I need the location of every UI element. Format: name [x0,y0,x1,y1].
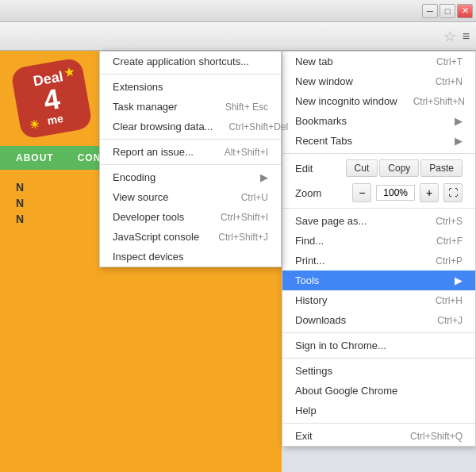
tools-divider-1 [100,74,281,75]
zoom-row: Zoom − 100% + ⛶ [282,180,475,205]
menu-item-history[interactable]: History Ctrl+H [282,290,475,310]
paste-button[interactable]: Paste [420,159,463,177]
maximize-button[interactable]: □ [440,4,455,18]
tools-menu-item-clear-browsing[interactable]: Clear browsing data... Ctrl+Shift+Del [100,117,281,136]
menu-item-signin[interactable]: Sign in to Chrome... [282,336,475,355]
nav-about[interactable]: ABOUT [16,152,54,163]
toolbar: ☆ ≡ [0,22,476,51]
tools-menu-item-view-source[interactable]: View source Ctrl+U [100,187,281,207]
recent-tabs-arrow-icon: ▶ [455,135,463,147]
divider-4 [282,358,475,359]
edit-row: Edit Cut Copy Paste [282,156,475,180]
tools-menu-item-task-manager[interactable]: Task manager Shift+ Esc [100,97,281,117]
minimize-button[interactable]: ─ [422,4,438,18]
menu-item-new-tab[interactable]: New tab Ctrl+T [282,52,475,71]
tools-menu-item-encoding[interactable]: Encoding ▶ [100,167,281,187]
title-bar: ─ □ ✕ [0,0,476,22]
browser-frame: ─ □ ✕ ☆ ≡ ★ Deal 4 me ☀ ABOUT CONTACT N … [0,0,476,472]
edit-btn-group: Cut Copy Paste [346,159,463,177]
logo-sun-icon: ☀ [29,117,41,132]
close-button[interactable]: ✕ [457,4,473,18]
deal-logo: ★ Deal 4 me ☀ [10,57,93,140]
menu-item-print[interactable]: Print... Ctrl+P [282,251,475,271]
bookmarks-arrow-icon: ▶ [455,115,463,127]
zoom-in-button[interactable]: + [420,183,439,202]
divider-5 [282,423,475,424]
tools-menu-item-javascript-console[interactable]: JavaScript console Ctrl+Shift+J [100,227,281,247]
tools-menu-item-report-issue[interactable]: Report an issue... Alt+Shift+I [100,142,281,162]
menu-item-downloads[interactable]: Downloads Ctrl+J [282,310,475,330]
chrome-menu: New tab Ctrl+T New window Ctrl+N New inc… [282,51,476,447]
chrome-menu-icon[interactable]: ≡ [463,29,470,44]
divider-3 [282,332,475,333]
zoom-out-button[interactable]: − [352,183,371,202]
tools-divider-3 [100,164,281,165]
tools-arrow-icon: ▶ [455,274,463,286]
tools-menu-item-inspect-devices[interactable]: Inspect devices [100,247,281,267]
menu-item-find[interactable]: Find... Ctrl+F [282,231,475,251]
menu-item-new-window[interactable]: New window Ctrl+N [282,71,475,91]
tools-divider-2 [100,139,281,140]
menu-item-tools[interactable]: Tools ▶ [282,271,475,290]
zoom-label: Zoom [295,187,347,199]
menu-item-exit[interactable]: Exit Ctrl+Shift+Q [282,426,475,446]
menu-item-help[interactable]: Help [282,401,475,420]
menu-item-save-page[interactable]: Save page as... Ctrl+S [282,211,475,231]
copy-button[interactable]: Copy [379,159,419,177]
menu-item-settings[interactable]: Settings [282,361,475,381]
logo-number: 4 [41,85,62,116]
fullscreen-button[interactable]: ⛶ [443,183,463,202]
menu-item-bookmarks[interactable]: Bookmarks ▶ [282,111,475,131]
tools-menu-item-create-shortcuts[interactable]: Create application shortcuts... [100,52,281,71]
edit-label: Edit [295,163,346,175]
tools-menu-item-extensions[interactable]: Extensions [100,77,281,97]
tools-menu-item-developer-tools[interactable]: Developer tools Ctrl+Shift+I [100,207,281,227]
menu-item-incognito[interactable]: New incognito window Ctrl+Shift+N [282,91,475,111]
logo-star-icon: ★ [63,64,76,79]
menu-item-about[interactable]: About Google Chrome [282,381,475,401]
menu-item-recent-tabs[interactable]: Recent Tabs ▶ [282,131,475,151]
tools-submenu: Create application shortcuts... Extensio… [99,51,282,267]
divider-2 [282,208,475,209]
zoom-value: 100% [376,185,415,201]
cut-button[interactable]: Cut [346,159,378,177]
encoding-arrow-icon: ▶ [260,171,268,183]
logo-me-text: me [47,113,64,126]
divider-1 [282,153,475,154]
bookmark-star-icon[interactable]: ☆ [443,28,456,45]
